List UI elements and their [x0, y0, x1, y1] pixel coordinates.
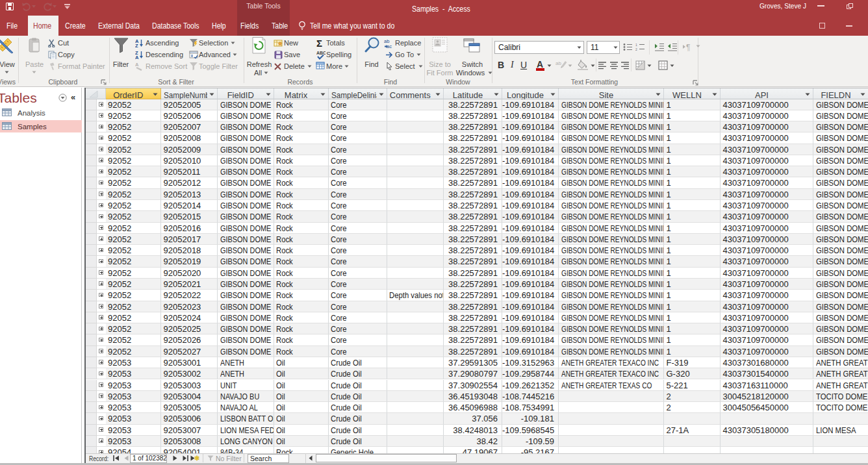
svg-text:A: A: [135, 62, 139, 68]
svg-text:ac: ac: [387, 44, 392, 49]
svg-text:A: A: [135, 55, 139, 60]
svg-text:ABC: ABC: [316, 51, 326, 55]
svg-text:2: 2: [635, 47, 637, 51]
svg-text:¶: ¶: [686, 43, 690, 51]
svg-text:ab: ab: [555, 60, 561, 66]
svg-text:Z: Z: [135, 43, 138, 48]
svg-text:1: 1: [635, 43, 637, 47]
